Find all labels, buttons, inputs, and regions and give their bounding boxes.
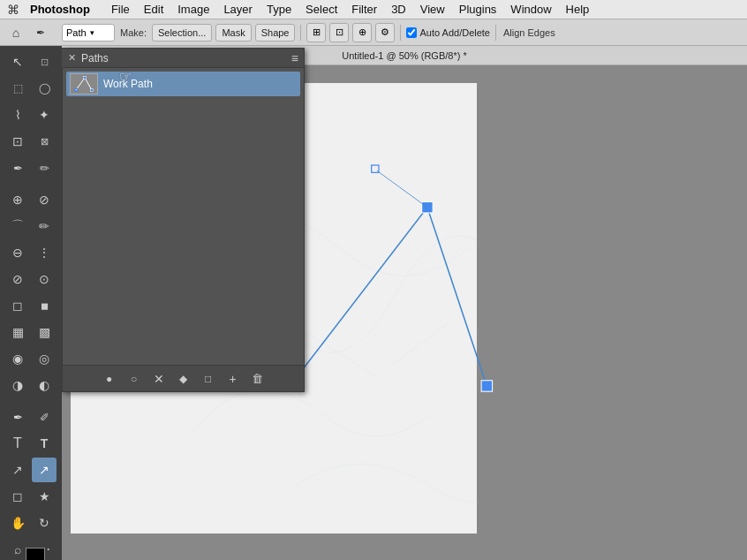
move-tool[interactable]: ↖ — [5, 49, 30, 74]
panel-collapse-button[interactable]: ‹‹ — [62, 49, 63, 68]
tool-row-6: ⊕ ⊘ — [5, 187, 57, 212]
add-mask-btn[interactable]: □ — [200, 370, 217, 388]
menu-image[interactable]: Image — [170, 0, 216, 19]
tool-row-3: ⌇ ✦ — [5, 102, 57, 127]
menu-view[interactable]: View — [413, 0, 452, 19]
blur-tool[interactable]: ◉ — [5, 346, 30, 371]
artboard-tool[interactable]: ⊡ — [32, 49, 57, 74]
align-right-icon[interactable]: ⊡ — [329, 23, 349, 42]
sharpen-tool[interactable]: ◎ — [32, 346, 57, 371]
tool-row-10: ◻ ◼ — [5, 293, 57, 318]
shape-button[interactable]: Shape — [255, 24, 296, 42]
tool-row-18: ✋ ↻ — [5, 511, 57, 535]
main-area: Untitled-1 @ 50% (RGB/8*) * — [62, 46, 747, 560]
panel-menu-icon[interactable]: ≡ — [291, 51, 298, 65]
history-brush-tool[interactable]: ⊘ — [5, 267, 30, 291]
crop-tool[interactable]: ⊡ — [5, 129, 30, 154]
tool-row-11: ▦ ▩ — [5, 320, 57, 344]
svg-rect-6 — [84, 77, 87, 79]
home-icon[interactable]: ⌂ — [5, 22, 26, 43]
panel-close-btn[interactable]: ✕ — [68, 52, 76, 64]
work-path-label: Work Path — [103, 78, 153, 90]
tool-row-14: ✒ ✐ — [5, 405, 57, 429]
app-name: Photoshop — [30, 3, 90, 16]
stroke-path-btn[interactable]: ○ — [125, 370, 143, 388]
menu-help[interactable]: Help — [559, 0, 597, 19]
menu-select[interactable]: Select — [298, 0, 344, 19]
healing-tool[interactable]: ⊕ — [5, 187, 30, 212]
tool-row-8: ⊖ ⋮ — [5, 240, 57, 265]
tool-row-13: ◑ ◐ — [5, 373, 57, 397]
menu-layer[interactable]: Layer — [216, 0, 260, 19]
tool-mode-dropdown[interactable]: Path ▾ — [62, 24, 115, 42]
make-work-path-btn[interactable]: ◆ — [175, 370, 192, 388]
shape-tool[interactable]: ◻ — [5, 484, 30, 509]
menu-edit[interactable]: Edit — [137, 0, 170, 19]
path-arrangement-icon[interactable]: ⚙ — [375, 23, 395, 42]
tool-row-1: ↖ ⊡ — [5, 49, 57, 74]
pencil-tool[interactable]: ✏ — [32, 214, 57, 238]
menu-file[interactable]: File — [104, 0, 137, 19]
direct-selection-tool[interactable]: ↗ — [32, 458, 57, 482]
apple-logo[interactable]: ⌘ — [7, 3, 19, 17]
type-tool[interactable]: T — [5, 431, 30, 456]
paths-panel: ‹‹ ✕ Paths ≡ — [62, 48, 305, 392]
panel-footer: ● ○ ✕ ◆ □ + 🗑 — [63, 365, 304, 391]
menu-filter[interactable]: Filter — [344, 0, 384, 19]
type-v-tool[interactable]: T — [32, 431, 57, 456]
panel-body: Work Path ☞ — [63, 68, 304, 365]
patch-tool[interactable]: ⊘ — [32, 187, 57, 212]
tool-row-12: ◉ ◎ — [5, 346, 57, 371]
align-edges-label: Align Edges — [503, 27, 555, 38]
marquee-ellipse-tool[interactable]: ◯ — [32, 76, 57, 101]
hand-tool[interactable]: ✋ — [5, 511, 30, 535]
eraser-tool[interactable]: ◻ — [5, 293, 30, 318]
toolbar: ↖ ⊡ ⬚ ◯ ⌇ ✦ ⊡ ⊠ ✒ ✏ ⊕ ⊘ ⌒ ✏ ⊖ ⋮ — [0, 46, 62, 560]
path-operations-icon[interactable]: ⊕ — [352, 23, 372, 42]
eyedropper-tool[interactable]: ✒ — [5, 155, 30, 180]
background-color-swatch[interactable] — [26, 548, 45, 560]
menu-type[interactable]: Type — [260, 0, 298, 19]
new-path-btn[interactable]: + — [224, 370, 242, 388]
freeform-pen-tool[interactable]: ✐ — [32, 405, 57, 429]
paths-tab[interactable]: Paths — [81, 52, 109, 64]
custom-shape-tool[interactable]: ★ — [32, 484, 57, 509]
selection-button[interactable]: Selection... — [152, 24, 212, 42]
magic-wand-tool[interactable]: ✦ — [32, 102, 57, 127]
auto-add-delete-checkbox[interactable] — [406, 27, 417, 38]
work-path-item[interactable]: Work Path ☞ — [66, 72, 300, 96]
color-sampler-tool[interactable]: ✏ — [32, 155, 57, 180]
slice-tool[interactable]: ⊠ — [32, 129, 57, 154]
fill-path-btn[interactable]: ● — [101, 370, 118, 388]
align-left-icon[interactable]: ⊞ — [306, 23, 326, 42]
art-history-tool[interactable]: ⊙ — [32, 267, 57, 291]
brush-tool[interactable]: ⌒ — [5, 214, 30, 238]
dropdown-arrow: ▾ — [90, 28, 94, 37]
burn-tool[interactable]: ◐ — [32, 373, 57, 397]
mask-button[interactable]: Mask — [215, 24, 251, 42]
dodge-tool[interactable]: ◑ — [5, 373, 30, 397]
clone-tool[interactable]: ⊖ — [5, 240, 30, 265]
delete-path-btn[interactable]: 🗑 — [249, 370, 267, 388]
lasso-tool[interactable]: ⌇ — [5, 102, 30, 127]
menu-plugins[interactable]: Plugins — [452, 0, 504, 19]
document-title: Untitled-1 @ 50% (RGB/8*) * — [342, 50, 466, 61]
menu-bar: ⌘ Photoshop File Edit Image Layer Type S… — [0, 0, 747, 19]
pen-tool[interactable]: ✒ — [5, 405, 30, 429]
rotate-view-tool[interactable]: ↻ — [32, 511, 57, 535]
menu-3d[interactable]: 3D — [384, 0, 413, 19]
pen-tool-icon[interactable]: ✒ — [30, 22, 51, 43]
pattern-tool[interactable]: ⋮ — [32, 240, 57, 265]
options-bar: ⌂ ✒ Path ▾ Make: Selection... Mask Shape… — [0, 19, 747, 46]
menu-window[interactable]: Window — [503, 0, 558, 19]
load-selection-btn[interactable]: ✕ — [150, 370, 168, 388]
make-label: Make: — [120, 27, 147, 38]
bg-eraser-tool[interactable]: ◼ — [32, 293, 57, 318]
gradient-tool[interactable]: ▦ — [5, 320, 30, 344]
paint-bucket-tool[interactable]: ▩ — [32, 320, 57, 344]
tool-row-2: ⬚ ◯ — [5, 76, 57, 101]
tool-row-4: ⊡ ⊠ — [5, 129, 57, 154]
tool-row-7: ⌒ ✏ — [5, 214, 57, 238]
path-selection-tool[interactable]: ↗ — [5, 458, 30, 482]
marquee-rect-tool[interactable]: ⬚ — [5, 76, 30, 101]
